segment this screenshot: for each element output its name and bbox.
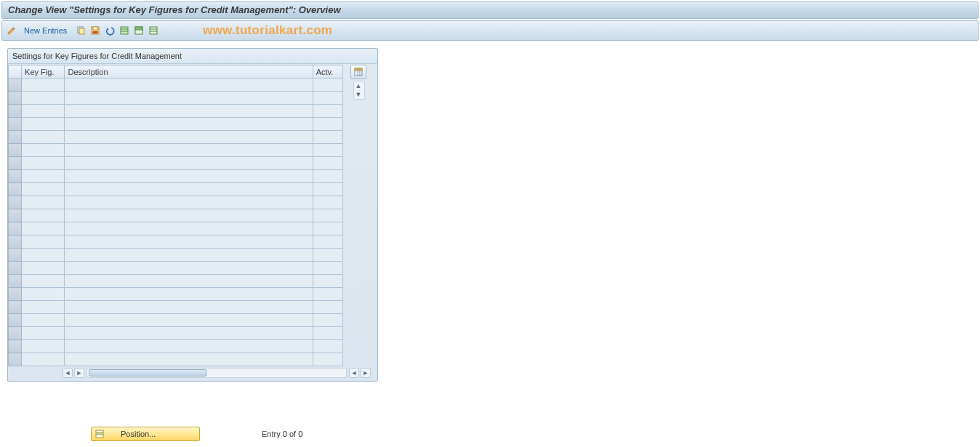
cell[interactable]	[313, 157, 342, 170]
table-row[interactable]	[9, 78, 343, 92]
cell[interactable]	[313, 275, 342, 288]
cell[interactable]	[65, 78, 313, 92]
cell[interactable]	[313, 131, 342, 144]
table-row[interactable]	[9, 209, 343, 222]
table-settings-icon[interactable]	[350, 65, 366, 79]
select-all-icon[interactable]	[118, 24, 131, 37]
cell[interactable]	[22, 196, 65, 209]
row-marker[interactable]	[9, 157, 22, 170]
cell[interactable]	[65, 92, 313, 105]
cell[interactable]	[313, 144, 342, 157]
table-row[interactable]	[9, 118, 343, 131]
table-row[interactable]	[9, 340, 343, 353]
cell[interactable]	[313, 301, 342, 314]
cell[interactable]	[22, 209, 65, 222]
cell[interactable]	[313, 183, 342, 196]
cell[interactable]	[65, 249, 313, 262]
table-row[interactable]	[9, 262, 343, 275]
cell[interactable]	[313, 235, 342, 249]
row-marker[interactable]	[9, 183, 22, 196]
row-marker[interactable]	[9, 118, 22, 131]
table-row[interactable]	[9, 222, 343, 235]
cell[interactable]	[313, 78, 342, 92]
cell[interactable]	[65, 275, 313, 288]
cell[interactable]	[22, 118, 65, 131]
row-marker[interactable]	[9, 301, 22, 314]
cell[interactable]	[22, 275, 65, 288]
table-row[interactable]	[9, 157, 343, 170]
horizontal-scroll-thumb[interactable]	[89, 369, 206, 376]
row-marker[interactable]	[9, 327, 22, 340]
horizontal-scroll-track[interactable]	[87, 368, 347, 378]
table-row[interactable]	[9, 170, 343, 183]
cell[interactable]	[65, 131, 313, 144]
cell[interactable]	[65, 196, 313, 209]
cell[interactable]	[22, 314, 65, 327]
row-marker[interactable]	[9, 170, 22, 183]
scroll-right-icon[interactable]: ►	[74, 368, 84, 378]
column-key-fig[interactable]: Key Fig.	[22, 65, 65, 78]
table-row[interactable]	[9, 353, 343, 366]
cell[interactable]	[313, 288, 342, 301]
row-marker[interactable]	[9, 262, 22, 275]
cell[interactable]	[65, 301, 313, 314]
table-row[interactable]	[9, 249, 343, 262]
cell[interactable]	[313, 118, 342, 131]
copy-icon[interactable]	[74, 24, 87, 37]
select-block-icon[interactable]	[132, 24, 145, 37]
cell[interactable]	[65, 353, 313, 366]
scroll-right2-icon[interactable]: ►	[361, 368, 371, 378]
row-marker[interactable]	[9, 275, 22, 288]
row-marker-header[interactable]	[9, 65, 22, 78]
row-marker[interactable]	[9, 78, 22, 92]
cell[interactable]	[313, 105, 342, 118]
row-marker[interactable]	[9, 314, 22, 327]
row-marker[interactable]	[9, 235, 22, 249]
cell[interactable]	[65, 262, 313, 275]
cell[interactable]	[22, 235, 65, 249]
cell[interactable]	[313, 327, 342, 340]
cell[interactable]	[313, 249, 342, 262]
cell[interactable]	[313, 92, 342, 105]
column-description[interactable]: Description	[65, 65, 313, 78]
row-marker[interactable]	[9, 340, 22, 353]
cell[interactable]	[22, 105, 65, 118]
cell[interactable]	[22, 353, 65, 366]
table-row[interactable]	[9, 183, 343, 196]
row-marker[interactable]	[9, 144, 22, 157]
cell[interactable]	[22, 301, 65, 314]
row-marker[interactable]	[9, 105, 22, 118]
table-row[interactable]	[9, 288, 343, 301]
new-entries-button[interactable]: New Entries	[24, 21, 67, 40]
table-row[interactable]	[9, 131, 343, 144]
scroll-up-icon[interactable]: ▲	[354, 81, 363, 90]
cell[interactable]	[65, 340, 313, 353]
position-button[interactable]: Position...	[91, 427, 200, 441]
table-row[interactable]	[9, 275, 343, 288]
edit-pencil-icon[interactable]	[5, 24, 18, 37]
deselect-all-icon[interactable]	[147, 24, 160, 37]
cell[interactable]	[65, 170, 313, 183]
cell[interactable]	[22, 288, 65, 301]
cell[interactable]	[22, 249, 65, 262]
cell[interactable]	[65, 157, 313, 170]
table-row[interactable]	[9, 235, 343, 249]
cell[interactable]	[22, 92, 65, 105]
table-row[interactable]	[9, 301, 343, 314]
table-row[interactable]	[9, 92, 343, 105]
row-marker[interactable]	[9, 209, 22, 222]
cell[interactable]	[65, 222, 313, 235]
cell[interactable]	[313, 262, 342, 275]
save-variant-icon[interactable]	[89, 24, 102, 37]
cell[interactable]	[313, 209, 342, 222]
cell[interactable]	[65, 118, 313, 131]
cell[interactable]	[65, 144, 313, 157]
cell[interactable]	[65, 209, 313, 222]
scroll-left2-icon[interactable]: ◄	[349, 368, 359, 378]
table-row[interactable]	[9, 105, 343, 118]
scroll-left-icon[interactable]: ◄	[63, 368, 73, 378]
cell[interactable]	[22, 131, 65, 144]
table-row[interactable]	[9, 314, 343, 327]
row-marker[interactable]	[9, 131, 22, 144]
cell[interactable]	[22, 183, 65, 196]
